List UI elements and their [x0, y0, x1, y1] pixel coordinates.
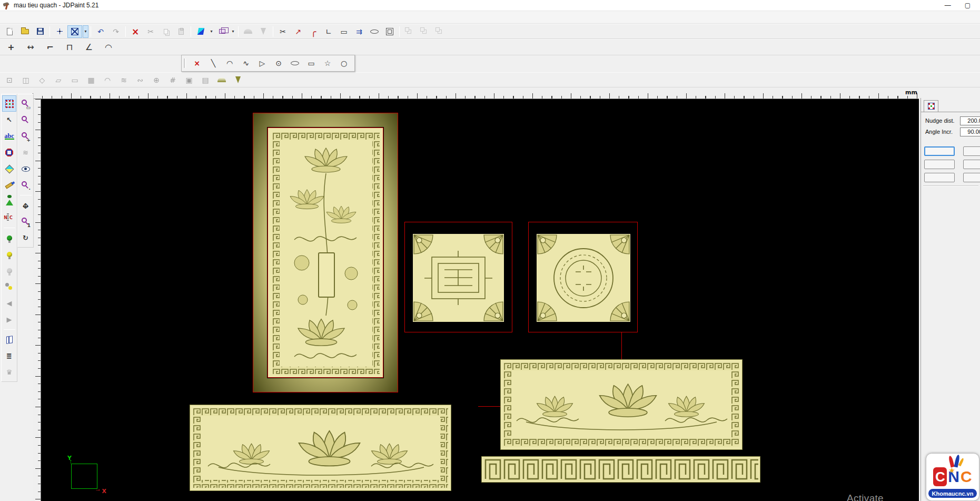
circle-center-tool-icon[interactable]: ⊙: [271, 57, 286, 70]
pan-view-icon[interactable]: [18, 197, 33, 213]
nc-output-tool-icon[interactable]: NC: [2, 210, 16, 226]
menu-item[interactable]: [98, 16, 107, 19]
zoom-actual-icon[interactable]: 1: [18, 213, 33, 230]
measure-dimension-icon[interactable]: ⊓: [62, 41, 77, 54]
layer-book-icon[interactable]: [2, 331, 16, 348]
menu-item[interactable]: [41, 16, 51, 19]
ellipse-tool-icon[interactable]: [288, 57, 302, 70]
measure-step-icon[interactable]: ⌐: [42, 41, 58, 54]
crosshair-tool-icon[interactable]: [52, 25, 67, 38]
copy-icon[interactable]: [159, 25, 173, 38]
menu-item[interactable]: [3, 16, 13, 19]
select-tool-icon[interactable]: [2, 95, 16, 112]
menu-item[interactable]: [79, 16, 88, 19]
menu-item[interactable]: [51, 16, 60, 19]
group-copy-icon[interactable]: ▤: [198, 74, 213, 86]
star-tool-icon[interactable]: ☆: [320, 57, 335, 70]
prev-view-icon[interactable]: ≋: [18, 144, 33, 161]
shear-icon[interactable]: ▱: [51, 74, 66, 86]
relief-strip-meander[interactable]: [481, 456, 760, 483]
arc-tool-icon[interactable]: ◠: [222, 57, 237, 70]
menu-item[interactable]: [22, 16, 32, 19]
show-selected-icon[interactable]: [2, 246, 16, 262]
open-file-icon[interactable]: [17, 25, 32, 38]
field-value-input[interactable]: 200.00: [960, 116, 980, 125]
refresh-view-icon[interactable]: ↻: [18, 230, 33, 246]
r-button[interactable]: [963, 146, 980, 156]
spray-tool-icon[interactable]: [2, 193, 16, 210]
node-edit-tool-icon[interactable]: ↖: [2, 112, 16, 128]
menu-item[interactable]: [107, 16, 117, 19]
tool-bit-icon[interactable]: [256, 25, 271, 38]
menu-item[interactable]: [60, 16, 70, 19]
shape-tool-icon[interactable]: [2, 144, 16, 161]
relief-panel-wide-right[interactable]: [500, 359, 743, 450]
toolbar-grip[interactable]: [184, 58, 186, 68]
hatch-lines-icon[interactable]: ≣: [2, 348, 16, 364]
t-button[interactable]: [963, 160, 980, 169]
relief-panel-square-1[interactable]: [404, 222, 512, 332]
text-tool-icon[interactable]: abc: [2, 128, 16, 144]
copy-arrange3-icon[interactable]: [432, 25, 447, 38]
delete-icon[interactable]: ×: [128, 25, 143, 38]
mesh-view-icon[interactable]: [215, 25, 230, 38]
zoom-dynamic-icon[interactable]: [18, 112, 33, 128]
relief-dome2-icon[interactable]: [214, 74, 229, 86]
rectangle-tool-icon[interactable]: ▭: [304, 57, 319, 70]
show-hide-eye-icon[interactable]: [18, 161, 33, 177]
surface-fill-icon[interactable]: [193, 25, 208, 38]
scale-icon[interactable]: ▭: [67, 74, 82, 86]
design-canvas[interactable]: Y ↑ X → Activate Windows: [41, 99, 919, 501]
circle-tool-icon[interactable]: ○: [336, 57, 351, 70]
line-tool-icon[interactable]: ╲: [206, 57, 221, 70]
array-icon[interactable]: ▦: [84, 74, 98, 86]
measure-angle-icon[interactable]: ∠: [81, 41, 97, 54]
curve-tool-icon[interactable]: ∿: [239, 57, 253, 70]
rotate-icon[interactable]: ◇: [35, 74, 50, 86]
field-value-input[interactable]: 90.000: [960, 127, 980, 136]
measure-distance-icon[interactable]: ↔: [23, 41, 38, 54]
arc-deform-icon[interactable]: ◠: [100, 74, 115, 86]
hide-selected-icon[interactable]: [2, 262, 16, 279]
tab-transform[interactable]: [924, 100, 938, 112]
relief-panel-wide-left[interactable]: [190, 405, 451, 491]
prev-state-icon[interactable]: ◀: [2, 295, 16, 311]
menu-item[interactable]: [70, 16, 79, 19]
add-point-icon[interactable]: +: [3, 41, 19, 54]
cut-icon[interactable]: ✂: [143, 25, 158, 38]
engrave-brush-tool-icon[interactable]: [2, 177, 16, 193]
wave-deform-icon[interactable]: ≋: [116, 74, 131, 86]
menu-item[interactable]: [88, 16, 98, 19]
swap-visibility-icon[interactable]: [2, 279, 16, 295]
mesh-view-dropdown[interactable]: ▾: [230, 25, 236, 38]
move-copy-icon[interactable]: ⊡: [2, 74, 17, 86]
center-align-icon[interactable]: #: [165, 74, 180, 86]
select-box-tool-icon[interactable]: [67, 25, 82, 38]
redo-icon[interactable]: ↷: [108, 25, 123, 38]
maximize-button[interactable]: ▢: [965, 2, 971, 9]
menu-item[interactable]: [32, 16, 41, 19]
pick-point-icon[interactable]: ↗: [291, 25, 305, 38]
group-frame-icon[interactable]: ▣: [182, 74, 196, 86]
cancel-draw-icon[interactable]: ×: [190, 57, 204, 70]
w-display-button[interactable]: [924, 160, 955, 169]
expand-icon[interactable]: ⊕: [149, 74, 164, 86]
y-button[interactable]: [963, 173, 980, 182]
relief-panel-tall[interactable]: [253, 113, 398, 392]
close-curve-icon[interactable]: ▭: [336, 25, 351, 38]
relief-panel-square-2[interactable]: [528, 222, 638, 332]
minimize-button[interactable]: —: [945, 2, 951, 9]
paste-icon[interactable]: [174, 25, 189, 38]
polygon-tool-icon[interactable]: ▷: [255, 57, 270, 70]
e-layer-button[interactable]: [924, 173, 955, 182]
measure-arc-icon[interactable]: ◠: [101, 41, 116, 54]
select-tool-dropdown[interactable]: ▾: [83, 25, 88, 38]
offset-curve-icon[interactable]: ⇉: [352, 25, 367, 38]
zoom-in-icon[interactable]: +: [18, 128, 33, 144]
save-icon[interactable]: [33, 25, 47, 38]
crown-tool-icon[interactable]: ♛: [2, 364, 16, 380]
q-select-button[interactable]: [924, 146, 955, 156]
eraser-tool-icon[interactable]: [2, 161, 16, 177]
zoom-window-icon[interactable]: ▭: [18, 95, 33, 112]
surface-fill-dropdown[interactable]: ▾: [209, 25, 214, 38]
